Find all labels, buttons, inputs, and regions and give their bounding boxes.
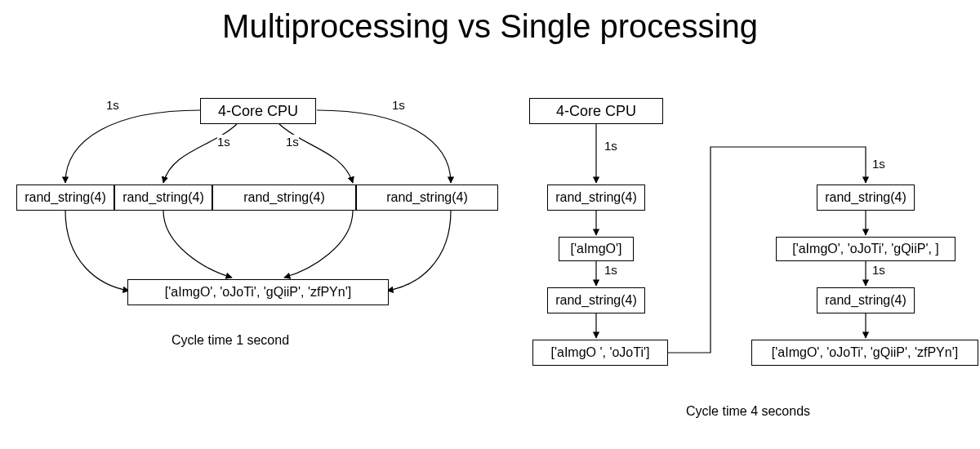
left-result-box: ['aImgO', 'oJoTi', 'gQiiP', 'zfPYn'] xyxy=(127,279,389,305)
right-task-2: rand_string(4) xyxy=(547,287,645,313)
left-cpu-box: 4-Core CPU xyxy=(200,98,316,124)
left-edge-label-outer-l: 1s xyxy=(106,98,119,112)
left-edge-label-inner-r: 1s xyxy=(286,135,299,149)
left-task-4: rand_string(4) xyxy=(356,184,498,211)
right-result-2: ['aImgO ', 'oJoTi'] xyxy=(532,340,668,366)
diagram-root: Multiprocessing vs Single processing xyxy=(0,0,980,449)
left-task-2: rand_string(4) xyxy=(114,184,212,211)
right-task-1: rand_string(4) xyxy=(547,184,645,211)
right-task-4: rand_string(4) xyxy=(817,287,915,313)
left-edge-label-inner-l: 1s xyxy=(217,135,230,149)
right-edge-label-2: 1s xyxy=(604,263,617,277)
right-edge-label-4: 1s xyxy=(872,263,885,277)
right-result-3: ['aImgO', 'oJoTi', 'gQiiP', ] xyxy=(776,237,956,261)
right-edge-label-3: 1s xyxy=(872,157,885,171)
connectors xyxy=(0,0,980,449)
left-task-3: rand_string(4) xyxy=(212,184,356,211)
page-title: Multiprocessing vs Single processing xyxy=(0,8,980,45)
right-caption: Cycle time 4 seconds xyxy=(686,404,810,419)
left-edge-label-outer-r: 1s xyxy=(392,98,405,112)
right-result-1: ['aImgO'] xyxy=(559,237,634,261)
right-edge-label-1: 1s xyxy=(604,139,617,153)
right-result-4: ['aImgO', 'oJoTi', 'gQiiP', 'zfPYn'] xyxy=(751,340,978,366)
left-task-1: rand_string(4) xyxy=(16,184,114,211)
right-task-3: rand_string(4) xyxy=(817,184,915,211)
right-cpu-box: 4-Core CPU xyxy=(529,98,663,124)
left-caption: Cycle time 1 second xyxy=(172,333,289,348)
